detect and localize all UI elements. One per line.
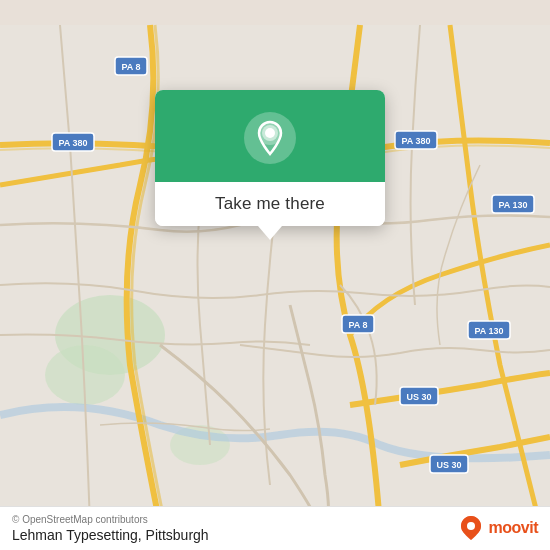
svg-point-27 (467, 522, 475, 530)
svg-text:PA 8: PA 8 (348, 320, 367, 330)
popup-label-area[interactable]: Take me there (155, 182, 385, 226)
svg-text:US 30: US 30 (436, 460, 461, 470)
moovit-logo: moovit (457, 514, 538, 542)
svg-point-24 (265, 128, 275, 138)
svg-text:PA 130: PA 130 (474, 326, 503, 336)
svg-text:US 30: US 30 (406, 392, 431, 402)
location-icon-wrap (244, 112, 296, 164)
map-background: PA 8 PA 5 PA 8 PA 380 PA 380 PA 130 PA 1… (0, 0, 550, 550)
location-pin-icon (255, 120, 285, 156)
svg-text:PA 130: PA 130 (498, 200, 527, 210)
moovit-text: moovit (489, 519, 538, 537)
svg-text:PA 380: PA 380 (58, 138, 87, 148)
take-me-there-button[interactable]: Take me there (215, 194, 325, 214)
map-container: PA 8 PA 5 PA 8 PA 380 PA 380 PA 130 PA 1… (0, 0, 550, 550)
popup-card: Take me there (155, 90, 385, 226)
moovit-icon (457, 514, 485, 542)
popup-green-area (155, 90, 385, 182)
svg-text:PA 380: PA 380 (401, 136, 430, 146)
svg-text:PA 8: PA 8 (121, 62, 140, 72)
